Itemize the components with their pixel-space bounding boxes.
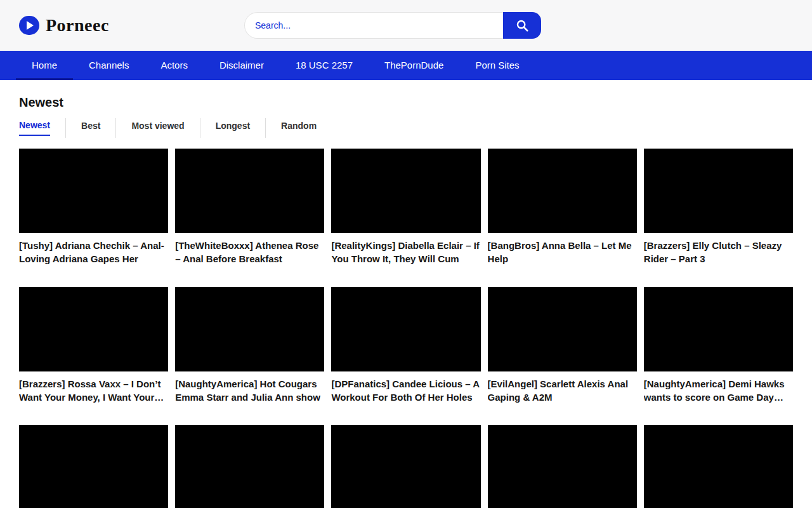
video-card[interactable]: [Brazzers] Rossa Vaxx – I Don’t Want You… <box>19 287 168 404</box>
search-button[interactable] <box>503 12 541 39</box>
nav-item-theporndude[interactable]: ThePornDude <box>369 51 459 80</box>
video-card[interactable] <box>488 425 637 508</box>
video-thumbnail[interactable] <box>644 287 793 371</box>
video-card[interactable] <box>331 425 480 508</box>
nav-item-actors[interactable]: Actors <box>145 51 204 80</box>
tab-random[interactable]: Random <box>265 118 332 138</box>
main-content: Newest Newest Best Most viewed Longest R… <box>0 95 812 508</box>
tab-most-viewed[interactable]: Most viewed <box>115 118 199 138</box>
video-title[interactable]: [TheWhiteBoxxx] Athenea Rose – Anal Befo… <box>175 239 324 266</box>
tab-best[interactable]: Best <box>65 118 115 138</box>
video-title[interactable]: [Tushy] Adriana Chechik – Anal-Loving Ad… <box>19 239 168 266</box>
video-grid: [Tushy] Adriana Chechik – Anal-Loving Ad… <box>19 149 793 508</box>
site-logo[interactable]: Porneec <box>19 15 109 36</box>
video-title[interactable]: [Brazzers] Elly Clutch – Sleazy Rider – … <box>644 239 793 266</box>
video-thumbnail[interactable] <box>19 287 168 371</box>
video-thumbnail[interactable] <box>331 425 480 508</box>
video-title[interactable]: [DPFanatics] Candee Licious – A Workout … <box>331 377 480 404</box>
video-card[interactable]: [DPFanatics] Candee Licious – A Workout … <box>331 287 480 404</box>
video-thumbnail[interactable] <box>488 149 637 233</box>
video-thumbnail[interactable] <box>19 149 168 233</box>
video-thumbnail[interactable] <box>175 425 324 508</box>
nav-item-home[interactable]: Home <box>16 51 73 80</box>
nav-item-porn-sites[interactable]: Porn Sites <box>459 51 535 80</box>
tab-newest[interactable]: Newest <box>19 117 65 138</box>
header: Porneec <box>0 0 812 51</box>
video-card[interactable]: [Brazzers] Elly Clutch – Sleazy Rider – … <box>644 149 793 266</box>
video-thumbnail[interactable] <box>644 149 793 233</box>
video-card[interactable]: [NaughtyAmerica] Demi Hawks wants to sco… <box>644 287 793 404</box>
play-logo-icon <box>19 16 39 35</box>
video-card[interactable]: [NaughtyAmerica] Hot Cougars Emma Starr … <box>175 287 324 404</box>
video-card[interactable]: [TheWhiteBoxxx] Athenea Rose – Anal Befo… <box>175 149 324 266</box>
brand-name: Porneec <box>46 15 109 36</box>
page-title: Newest <box>19 95 793 110</box>
video-title[interactable]: [Brazzers] Rossa Vaxx – I Don’t Want You… <box>19 377 168 404</box>
video-title[interactable]: [NaughtyAmerica] Hot Cougars Emma Starr … <box>175 377 324 404</box>
video-thumbnail[interactable] <box>19 425 168 508</box>
video-thumbnail[interactable] <box>331 149 480 233</box>
video-thumbnail[interactable] <box>488 287 637 371</box>
video-card[interactable]: [Tushy] Adriana Chechik – Anal-Loving Ad… <box>19 149 168 266</box>
video-card[interactable]: [RealityKings] Diabella Eclair – If You … <box>331 149 480 266</box>
video-card[interactable]: [EvilAngel] Scarlett Alexis Anal Gaping … <box>488 287 637 404</box>
video-title[interactable]: [BangBros] Anna Bella – Let Me Help <box>488 239 637 266</box>
video-thumbnail[interactable] <box>644 425 793 508</box>
video-card[interactable] <box>175 425 324 508</box>
nav-item-channels[interactable]: Channels <box>73 51 145 80</box>
tab-longest[interactable]: Longest <box>200 118 265 138</box>
search-bar <box>244 12 541 39</box>
main-nav: Home Channels Actors Disclaimer 18 USC 2… <box>0 51 812 80</box>
video-thumbnail[interactable] <box>488 425 637 508</box>
video-thumbnail[interactable] <box>175 287 324 371</box>
video-title[interactable]: [RealityKings] Diabella Eclair – If You … <box>331 239 480 266</box>
video-title[interactable]: [EvilAngel] Scarlett Alexis Anal Gaping … <box>488 377 637 404</box>
sort-tabs: Newest Best Most viewed Longest Random <box>19 117 793 138</box>
video-thumbnail[interactable] <box>331 287 480 371</box>
video-card[interactable]: [BangBros] Anna Bella – Let Me Help <box>488 149 637 266</box>
video-card[interactable] <box>19 425 168 508</box>
video-thumbnail[interactable] <box>175 149 324 233</box>
nav-item-18-usc-2257[interactable]: 18 USC 2257 <box>280 51 369 80</box>
nav-item-disclaimer[interactable]: Disclaimer <box>204 51 280 80</box>
video-title[interactable]: [NaughtyAmerica] Demi Hawks wants to sco… <box>644 377 793 404</box>
search-icon <box>515 18 529 32</box>
search-input[interactable] <box>244 12 503 39</box>
video-card[interactable] <box>644 425 793 508</box>
